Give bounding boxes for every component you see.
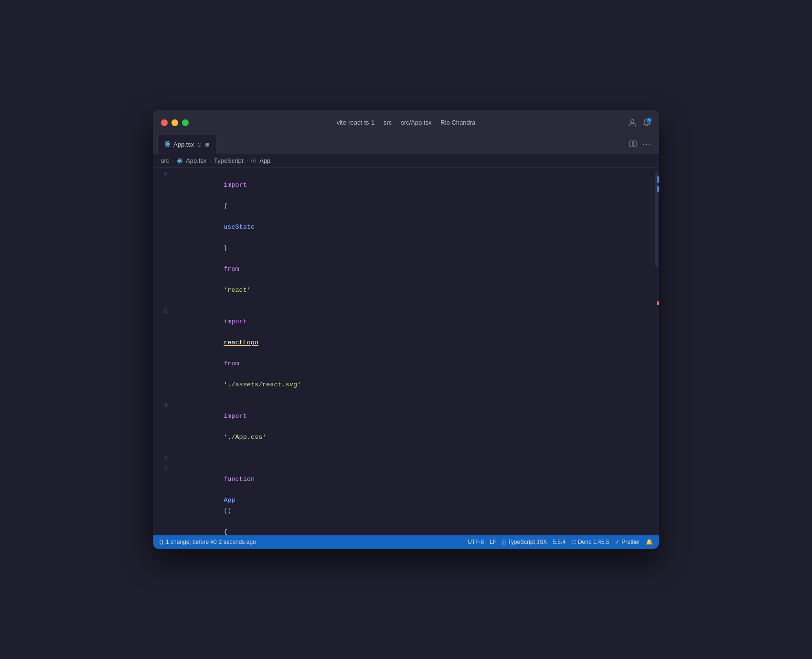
line-content-3	[177, 453, 648, 464]
statusbar: ⟨⟩ 1 change; before #0 2 seconds ago UTF…	[153, 535, 659, 549]
breadcrumb-src-label: src	[161, 157, 169, 164]
bell-status[interactable]: 🔔	[646, 539, 653, 545]
eol-status[interactable]: LF	[490, 539, 496, 545]
kw-import-3: import	[224, 413, 247, 420]
file-name: src/App.tsx	[401, 119, 431, 126]
minimap-red-marker	[657, 301, 659, 305]
breadcrumb-sep-1: ›	[172, 158, 174, 164]
breadcrumb-fn-icon: ⟨/⟩	[251, 158, 256, 164]
project-name: vite-react-ts-1	[337, 119, 374, 126]
time-ago: 2 seconds ago	[219, 539, 256, 545]
breadcrumb-apptsx[interactable]: App.tsx	[177, 157, 206, 164]
minimize-button[interactable]	[171, 119, 178, 126]
maximize-button[interactable]	[182, 119, 189, 126]
split-editor-icon[interactable]	[629, 140, 637, 149]
ts-version-status[interactable]: 5.5.4	[553, 539, 566, 545]
breadcrumb-react-icon	[177, 158, 184, 164]
eol-label: LF	[490, 539, 496, 545]
breadcrumb-apptsx-label: App.tsx	[186, 157, 206, 164]
tab-app-tsx[interactable]: App.tsx 2	[157, 135, 216, 154]
encoding-status[interactable]: UTF-8	[468, 539, 484, 545]
folder-name: src	[384, 119, 392, 126]
code-line-5: 5 import reactLogo from './assets/react.…	[153, 306, 648, 401]
breadcrumb-app-label: App	[259, 157, 270, 164]
language-label: TypeScript JSX	[508, 539, 547, 545]
notification-badge: 1	[646, 117, 652, 123]
code-area[interactable]: 6 import { useState } from 'react'	[153, 168, 648, 535]
editor-main[interactable]: 6 import { useState } from 'react'	[153, 168, 648, 535]
breadcrumb-src[interactable]: src	[161, 157, 169, 164]
prettier-status[interactable]: ✓ Prettier	[615, 539, 640, 545]
react-file-icon	[164, 141, 171, 149]
tab-modified-indicator	[205, 143, 209, 147]
deno-icon: ⬡	[571, 539, 576, 545]
breadcrumb-sep-2: ›	[209, 158, 211, 164]
svg-rect-6	[633, 141, 636, 147]
titlebar: vite-react-ts-1 · src · src/App.tsx · Ri…	[153, 110, 659, 135]
breadcrumb-typescript-label: TypeScript	[214, 157, 243, 164]
line-content-4: import './App.css'	[177, 401, 648, 453]
tab-badge: 2	[198, 142, 201, 148]
scrollbar-area[interactable]	[648, 168, 659, 535]
line-num-4: 4	[153, 401, 177, 411]
ts-version-label: 5.5.4	[553, 539, 566, 545]
deno-status[interactable]: ⬡ Deno 1.45.5	[571, 539, 609, 545]
code-line-2a: 2 function App () {	[153, 464, 648, 535]
bell-icon: 🔔	[646, 539, 653, 545]
titlebar-title: vite-react-ts-1 · src · src/App.tsx · Ri…	[337, 119, 476, 126]
code-line-6: 6 import { useState } from 'react'	[153, 170, 648, 306]
line-num-3: 3	[153, 453, 177, 464]
line-content-2a: function App () {	[177, 464, 648, 535]
status-right: UTF-8 LF {} TypeScript JSX 5.5.4 ⬡ Deno …	[468, 539, 653, 545]
breadcrumb-typescript[interactable]: TypeScript	[214, 157, 243, 164]
branch-icon: ⟨⟩	[159, 539, 164, 545]
deno-label: Deno 1.45.5	[578, 539, 609, 545]
line-num-2a: 2	[153, 464, 177, 474]
editor-container: 6 import { useState } from 'react'	[153, 168, 659, 535]
separator-1: ·	[378, 119, 382, 126]
encoding-label: UTF-8	[468, 539, 484, 545]
line-num-5: 5	[153, 306, 177, 317]
line-content-5: import reactLogo from './assets/react.sv…	[177, 306, 648, 401]
user-name: Rio Chandra	[440, 119, 475, 126]
code-line-3: 3	[153, 453, 648, 464]
kw-import-1: import	[224, 181, 247, 189]
svg-point-0	[631, 119, 634, 123]
tabsbar: App.tsx 2 ···	[153, 135, 659, 154]
tab-filename: App.tsx	[173, 141, 194, 148]
breadcrumb: src › App.tsx › TypeScript › ⟨/⟩ App	[153, 154, 659, 168]
language-status[interactable]: {} TypeScript JSX	[502, 539, 547, 545]
svg-point-10	[179, 160, 180, 161]
prettier-label: Prettier	[621, 539, 640, 545]
line-content-6: import { useState } from 'react'	[177, 170, 648, 306]
more-actions-icon[interactable]: ···	[642, 139, 651, 149]
separator-2: ·	[395, 119, 399, 126]
change-count: 1 change; before #0	[166, 539, 217, 545]
line-num-6: 6	[153, 170, 177, 180]
tabs-right: ···	[629, 139, 655, 149]
notification-icon[interactable]: 1	[642, 118, 651, 127]
code-line-4: 4 import './App.css'	[153, 401, 648, 453]
vscode-window: vite-react-ts-1 · src · src/App.tsx · Ri…	[153, 110, 659, 549]
svg-point-4	[167, 143, 168, 145]
account-icon[interactable]	[628, 118, 637, 127]
source-control-status[interactable]: ⟨⟩ 1 change; before #0 2 seconds ago	[159, 539, 256, 545]
svg-rect-5	[630, 141, 632, 147]
close-button[interactable]	[161, 119, 168, 126]
titlebar-icons: 1	[628, 118, 651, 127]
breadcrumb-app[interactable]: ⟨/⟩ App	[251, 157, 270, 164]
separator-3: ·	[435, 119, 438, 126]
status-left: ⟨⟩ 1 change; before #0 2 seconds ago	[159, 539, 256, 545]
traffic-lights	[161, 119, 189, 126]
scrollbar-thumb[interactable]	[655, 171, 658, 267]
lang-braces: {}	[502, 539, 506, 545]
prettier-check-icon: ✓	[615, 539, 620, 545]
kw-import-2: import	[224, 318, 247, 325]
tabs-left: App.tsx 2	[157, 135, 216, 154]
breadcrumb-sep-3: ›	[246, 158, 248, 164]
